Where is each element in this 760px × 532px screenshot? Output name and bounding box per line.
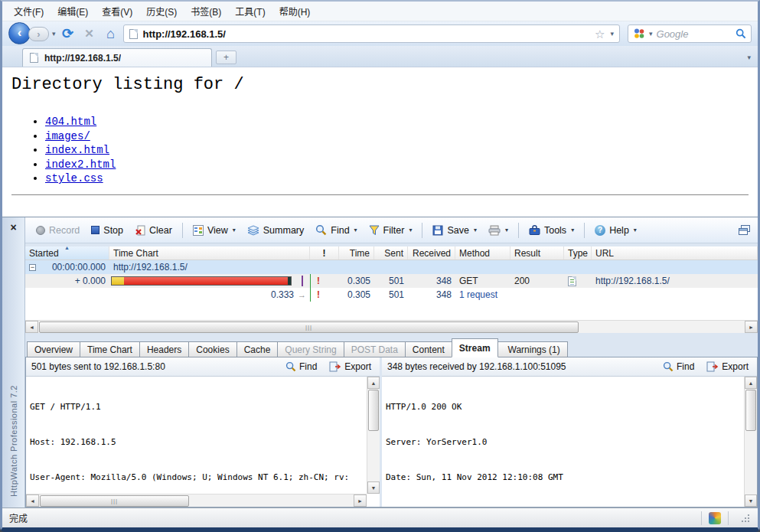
dir-link-404[interactable]: 404.html	[45, 116, 96, 128]
col-result[interactable]: Result	[510, 246, 564, 259]
menu-bookmarks[interactable]: 书签(B)	[184, 2, 228, 21]
httpwatch-main: Record Stop Clear View▾ Summary Find	[25, 217, 758, 508]
dir-link-style[interactable]: style.css	[45, 172, 103, 184]
summary-time: 0.305	[339, 288, 374, 302]
tools-button[interactable]: Tools▾	[524, 222, 579, 239]
refresh-button[interactable]: ⟳	[59, 25, 77, 42]
stop-recording-button[interactable]: Stop	[86, 222, 129, 239]
search-input[interactable]	[657, 28, 732, 40]
col-time-chart[interactable]: Time Chart	[109, 246, 310, 259]
toolbar-separator	[422, 223, 422, 238]
tab-cache[interactable]: Cache	[237, 341, 279, 357]
time-chart-bar	[109, 274, 310, 288]
export-icon	[329, 361, 341, 372]
tab-overview[interactable]: Overview	[27, 341, 80, 357]
url-dropdown-icon[interactable]: ▾	[610, 30, 614, 38]
bookmark-star-icon[interactable]: ☆	[595, 28, 605, 40]
menu-help[interactable]: 帮助(H)	[272, 2, 318, 21]
request-row[interactable]: + 0.000 ! 0.305 501 348 GET 200 http://1…	[25, 274, 758, 288]
tab-headers[interactable]: Headers	[140, 341, 189, 357]
tab-time-chart[interactable]: Time Chart	[80, 341, 140, 357]
dir-link-index[interactable]: index.html	[45, 144, 109, 156]
search-box[interactable]: ▾	[628, 24, 752, 43]
scroll-up-icon[interactable]: ▲	[745, 377, 757, 389]
scroll-left-icon[interactable]: ◄	[26, 494, 39, 507]
new-tab-button[interactable]: +	[216, 51, 236, 64]
sent-stream-body[interactable]: GET / HTTP/1.1 Host: 192.168.1.5 User-Ag…	[26, 377, 380, 507]
url-input[interactable]	[143, 28, 589, 40]
group-row[interactable]: −00:00:00.000 http://192.168.1.5/	[25, 260, 758, 274]
scroll-down-icon[interactable]: ▼	[745, 494, 757, 507]
purple-tick	[302, 276, 303, 286]
help-button[interactable]: ? Help▾	[589, 222, 642, 239]
vertical-scrollbar[interactable]: ▲ ▼	[367, 377, 380, 494]
dir-link-images[interactable]: images/	[45, 130, 90, 142]
col-sent[interactable]: Sent	[374, 246, 408, 259]
scroll-up-icon[interactable]: ▲	[367, 377, 380, 389]
forward-button[interactable]: ›	[28, 27, 49, 41]
tab-stream[interactable]: Stream	[452, 338, 498, 357]
col-warning[interactable]: !	[310, 246, 339, 259]
grid-horizontal-scrollbar[interactable]: ◄ ||| ►	[25, 320, 758, 333]
export-button[interactable]: Export	[326, 360, 374, 374]
resize-grip[interactable]	[740, 513, 751, 524]
back-icon: ‹	[18, 25, 22, 41]
close-panel-button[interactable]: ×	[10, 222, 16, 233]
list-item: images/	[45, 131, 749, 142]
scrollbar-thumb[interactable]	[745, 390, 756, 431]
google-logo-icon	[633, 28, 645, 40]
scroll-down-icon[interactable]: ▼	[367, 481, 380, 494]
col-method[interactable]: Method	[455, 246, 510, 259]
search-icon[interactable]	[736, 28, 746, 39]
tab-warnings[interactable]: Warnings (1)	[498, 341, 568, 357]
group-start-time: 00:00:00.000	[52, 262, 106, 273]
tab-content[interactable]: Content	[406, 341, 452, 357]
tab-list-dropdown-icon[interactable]: ▾	[747, 54, 751, 61]
scroll-right-icon[interactable]: ►	[745, 321, 758, 333]
panes-layout-icon[interactable]	[739, 225, 750, 235]
back-button[interactable]: ‹	[8, 22, 31, 44]
vertical-scrollbar[interactable]: ▲ ▼	[744, 377, 757, 507]
find-button[interactable]: Find▾	[310, 221, 362, 239]
scrollbar-thumb[interactable]: |||	[39, 321, 579, 333]
col-started[interactable]: ▲Started	[25, 246, 109, 259]
menu-file[interactable]: 文件(F)	[7, 2, 51, 21]
horizontal-scrollbar[interactable]: ◄ ||| ►	[26, 494, 367, 507]
browser-tab[interactable]: http://192.168.1.5/	[22, 48, 212, 67]
menu-history[interactable]: 历史(S)	[139, 2, 184, 21]
clear-button[interactable]: Clear	[129, 222, 178, 239]
url-bar[interactable]: ☆ ▾	[123, 24, 620, 43]
summary-button[interactable]: Summary	[242, 222, 309, 239]
menu-tools[interactable]: 工具(T)	[228, 2, 272, 21]
scroll-left-icon[interactable]: ◄	[25, 321, 38, 333]
statusbar-separator	[728, 511, 729, 525]
scroll-right-icon[interactable]: ►	[354, 494, 367, 507]
filter-button[interactable]: Filter▾	[364, 222, 418, 239]
record-button[interactable]: Record	[31, 222, 85, 239]
find-button[interactable]: Find	[282, 360, 320, 374]
dir-link-index2[interactable]: index2.html	[45, 158, 116, 171]
col-received[interactable]: Received	[408, 246, 455, 259]
find-button[interactable]: Find	[660, 360, 697, 374]
col-url[interactable]: URL	[592, 246, 758, 259]
summary-row[interactable]: 0.333→ ! 0.305 501 348 1 request	[25, 288, 758, 302]
menu-edit[interactable]: 编辑(E)	[51, 2, 95, 21]
save-button[interactable]: Save▾	[427, 222, 482, 239]
collapse-icon[interactable]: −	[29, 264, 36, 271]
history-dropdown-icon[interactable]: ▾	[52, 30, 56, 38]
view-button[interactable]: View▾	[188, 222, 241, 239]
menu-view[interactable]: 查看(V)	[95, 2, 139, 21]
col-time[interactable]: Time	[339, 246, 374, 259]
request-sent: 501	[374, 274, 408, 288]
search-engine-dropdown-icon[interactable]: ▾	[649, 30, 653, 38]
col-type[interactable]: Type	[564, 246, 592, 259]
stop-button[interactable]: ✕	[80, 27, 99, 41]
export-button[interactable]: Export	[703, 360, 752, 374]
addon-pinwheel-icon[interactable]	[709, 512, 721, 524]
scrollbar-thumb[interactable]: |||	[40, 495, 189, 507]
tab-cookies[interactable]: Cookies	[189, 341, 236, 357]
print-button[interactable]: ▾	[483, 222, 514, 239]
received-stream-body[interactable]: HTTP/1.0 200 OK Server: YorServer1.0 Dat…	[382, 377, 757, 507]
home-button[interactable]: ⌂	[102, 26, 120, 42]
scrollbar-thumb[interactable]	[368, 390, 379, 431]
